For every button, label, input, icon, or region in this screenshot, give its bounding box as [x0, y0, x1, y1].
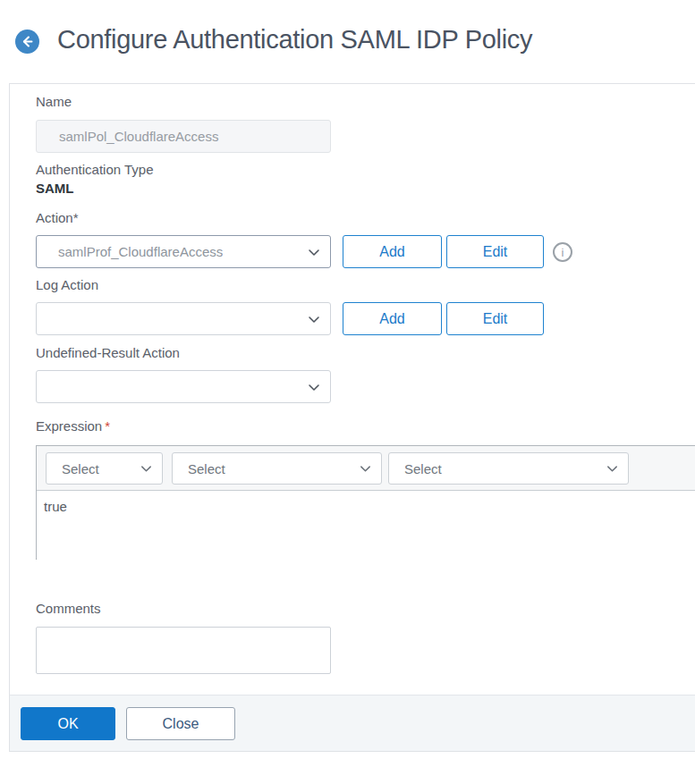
log-action-label: Log Action [36, 277, 98, 292]
log-action-edit-button[interactable]: Edit [446, 302, 544, 335]
action-select-value: samlProf_CloudflareAccess [37, 244, 223, 259]
action-select[interactable]: samlProf_CloudflareAccess [36, 235, 331, 268]
chevron-down-icon [140, 462, 153, 476]
expression-select-3[interactable]: Select [388, 452, 629, 485]
expression-textarea[interactable]: true [37, 491, 695, 560]
expression-select-1[interactable]: Select [46, 452, 163, 485]
comments-textarea[interactable] [36, 627, 331, 674]
chevron-down-icon [307, 245, 321, 259]
info-icon[interactable]: i [553, 242, 572, 262]
undefined-result-action-label: Undefined-Result Action [36, 345, 180, 360]
undefined-result-action-select[interactable] [36, 370, 331, 403]
expression-label: Expression* [36, 418, 110, 434]
back-button[interactable] [15, 30, 39, 54]
chevron-down-icon [307, 312, 321, 326]
log-action-add-button[interactable]: Add [343, 302, 442, 335]
page-title: Configure Authentication SAML IDP Policy [57, 25, 532, 55]
footer-bar: OK Close [10, 695, 695, 751]
expression-label-text: Expression [36, 418, 102, 434]
required-asterisk: * [105, 418, 110, 434]
auth-type-value: SAML [36, 181, 74, 196]
chevron-down-icon [307, 380, 321, 394]
configure-saml-idp-policy-page: Configure Authentication SAML IDP Policy… [0, 0, 695, 784]
name-label: Name [36, 94, 72, 109]
expression-select-1-value: Select [47, 461, 99, 476]
close-button[interactable]: Close [126, 707, 235, 740]
expression-select-2[interactable]: Select [172, 452, 382, 485]
action-label: Action* [36, 210, 79, 225]
chevron-down-icon [606, 462, 619, 476]
action-edit-button[interactable]: Edit [446, 235, 544, 268]
ok-button[interactable]: OK [21, 707, 115, 740]
action-add-button[interactable]: Add [343, 235, 442, 268]
expression-select-3-value: Select [389, 461, 442, 476]
expression-toolbar: Select Select Select [37, 446, 695, 491]
arrow-left-icon [20, 34, 35, 49]
form-panel: Name Authentication Type SAML Action* sa… [9, 83, 695, 752]
name-input [36, 120, 331, 153]
chevron-down-icon [359, 462, 372, 476]
expression-editor: Select Select Select [36, 445, 695, 560]
expression-select-2-value: Select [173, 461, 225, 476]
comments-label: Comments [36, 601, 101, 616]
auth-type-label: Authentication Type [36, 162, 153, 177]
log-action-select[interactable] [36, 302, 331, 335]
